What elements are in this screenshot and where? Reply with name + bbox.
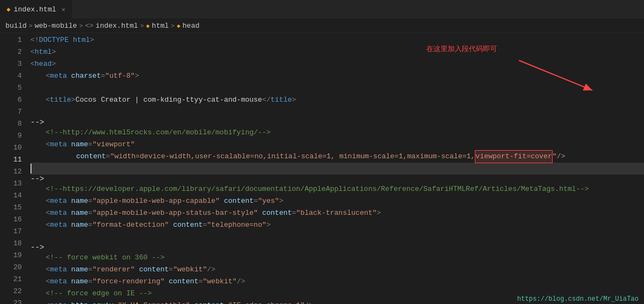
breadcrumb-web-mobile[interactable]: web-mobile: [35, 22, 77, 30]
line-num-20: 20: [9, 262, 22, 274]
code-line-13: <meta name="apple-mobile-web-app-capable…: [30, 195, 644, 207]
line-num-19: 19: [9, 250, 22, 262]
line-num-12: 12: [9, 166, 22, 178]
code-line-12: <!--https://developer.apple.com/library/…: [30, 183, 644, 195]
code-area[interactable]: <!DOCTYPE html> <html> <head> <meta char…: [26, 33, 644, 304]
line-num-8: 8: [9, 118, 22, 130]
line-num-6: 6: [9, 94, 22, 106]
code-line-14: <meta name="apple-mobile-web-app-status-…: [30, 207, 644, 219]
line-num-21: 21: [9, 274, 22, 286]
code-line-11: [30, 163, 644, 175]
tab-file-icon: ◆: [7, 5, 10, 14]
breadcrumb-head[interactable]: head: [183, 22, 200, 30]
breadcrumb-html-icon: ◆: [146, 22, 150, 29]
line-num-22: 22: [9, 286, 22, 297]
tab-close-button[interactable]: ✕: [61, 6, 65, 13]
line-num-2: 2: [9, 46, 22, 58]
code-line-8: <!--http://www.html5rocks.com/en/mobile/…: [30, 127, 644, 139]
breadcrumb-html[interactable]: html: [152, 22, 169, 30]
editor: 1 2 3 4 5 6 7 8 9 10 11 12 13 14 15 16 1…: [0, 33, 644, 304]
line-num-9: 9: [9, 130, 22, 142]
tab-bar: ◆ index.html ✕: [0, 0, 644, 19]
code-line-17: <!-- force webkit on 360 -->: [30, 252, 644, 264]
line-num-17: 17: [9, 226, 22, 238]
line-num-18: 18: [9, 238, 22, 250]
breadcrumb-sep4: >: [171, 23, 175, 29]
code-line-7: [30, 106, 644, 118]
code-line-15: <meta name="format-detection" content="t…: [30, 219, 644, 231]
breadcrumb-build[interactable]: build: [5, 22, 27, 30]
line-num-7: 7: [9, 106, 22, 118]
annotation-arrow: [508, 55, 617, 104]
line-num-3: 3: [9, 58, 22, 70]
line-num-15: 15: [9, 202, 22, 214]
breadcrumb-index-html[interactable]: index.html: [96, 22, 138, 30]
code-line-16: [30, 231, 644, 243]
breadcrumb-head-icon: ◆: [177, 22, 181, 29]
code-line-1: <!DOCTYPE html>: [30, 34, 644, 46]
svg-line-1: [519, 60, 592, 90]
line-num-5: 5: [9, 82, 22, 94]
line-num-13: 13: [9, 178, 22, 190]
line-num-1: 1: [9, 34, 22, 46]
statusbar-url: https://blog.csdn.net/Mr_UiaTao: [517, 295, 639, 303]
line-num-10: 10: [9, 142, 22, 154]
breadcrumb: build > web-mobile > <> index.html > ◆ h…: [0, 19, 644, 33]
line-numbers: 1 2 3 4 5 6 7 8 9 10 11 12 13 14 15 16 1…: [0, 33, 26, 304]
breadcrumb-sep2: >: [79, 23, 83, 29]
breadcrumb-sep3: >: [140, 23, 144, 29]
doctype: <!: [30, 34, 39, 46]
code-line-9: <meta name = "viewport": [30, 139, 644, 151]
line-num-11: 11: [9, 154, 22, 166]
line-num-4: 4: [9, 70, 22, 82]
line-num-23: 23: [9, 297, 22, 304]
code-line-10: content = "width=device-width,user-scala…: [30, 151, 644, 163]
line-num-16: 16: [9, 214, 22, 226]
breadcrumb-sep1: >: [29, 23, 33, 29]
code-line-19: <meta name="force-rendering" content="we…: [30, 276, 644, 288]
line-num-14: 14: [9, 190, 22, 202]
tab-filename: index.html: [14, 5, 56, 14]
annotation-text: 在这里加入段代码即可: [426, 44, 497, 54]
code-line-18: <meta name="renderer" content="webkit" /…: [30, 264, 644, 276]
tab-index-html[interactable]: ◆ index.html ✕: [0, 0, 72, 18]
breadcrumb-code-icon1: <>: [85, 22, 94, 30]
